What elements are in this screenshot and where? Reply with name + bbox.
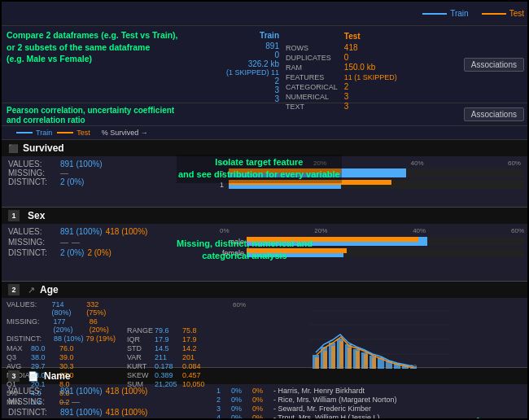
sex-section-num: 1 — [8, 210, 20, 221]
ram-test: 150.0 kb — [344, 63, 375, 72]
features-label: FEATURES — [286, 73, 324, 81]
legend-test: Test — [77, 129, 90, 137]
name-missing-test: — — [72, 397, 80, 406]
features-train: (1 SKIPPED) 11 — [226, 68, 279, 77]
age-icon: ↗ — [28, 285, 35, 295]
svg-rect-20 — [331, 346, 335, 369]
name-values-train: 891 (100%) — [60, 387, 103, 396]
rows-train: 891 — [265, 42, 279, 50]
header-bar: Train Test — [2, 2, 529, 26]
app-container: Train Test Compare 2 dataframes (e.g. Te… — [0, 0, 529, 420]
svg-text:80: 80 — [410, 364, 417, 369]
rows-test: 418 — [344, 43, 358, 52]
legend-train-label: Train — [450, 9, 468, 18]
features-test: 11 (1 SKIPPED) — [344, 73, 397, 81]
age-values-test: 332 (75%) — [86, 300, 119, 317]
num-train: 3 — [274, 85, 279, 94]
name-title: Name — [44, 370, 71, 382]
name-missing-train: — — [60, 397, 68, 406]
ram-label: RAM — [286, 63, 302, 72]
rows-label: ROWS — [286, 44, 308, 52]
cat-test: 2 — [344, 82, 349, 91]
name-values-test: 418 (100%) — [106, 387, 148, 396]
name-list-item: 1 0% 0% - Harris, Mr. Henry Birkhardt — [216, 387, 527, 395]
stats-train-header: Train — [260, 31, 279, 40]
age-chart: 0 20 40 60 80 — [233, 310, 527, 369]
sex-section: 1 Sex VALUES: 891 (100%) 418 (100%) — [2, 208, 529, 282]
associations-button-2[interactable]: Associations — [464, 107, 524, 121]
name-list-item: 2 0% 0% - Rice, Mrs. William (Margaret N… — [216, 396, 527, 404]
num-test: 3 — [344, 92, 349, 101]
cat-train: 2 — [274, 77, 279, 85]
sex-values-test: 418 (100%) — [106, 227, 148, 236]
survived-distinct-train: 2 (0%) — [60, 177, 84, 186]
age-section-num: 2 — [8, 284, 20, 295]
survived-missing-train: — — [60, 168, 68, 177]
svg-rect-23 — [356, 351, 360, 369]
pct-survived-label: % Survived → — [102, 129, 148, 137]
age-distinct-train: 88 (10%) — [54, 335, 84, 343]
sex-missing-train: — — [60, 238, 68, 247]
svg-rect-22 — [348, 348, 352, 369]
name-list-item: 4 0% 0% - Trout, Mrs. William H (Jessie … — [216, 413, 527, 420]
svg-text:20: 20 — [337, 364, 343, 369]
ram-train: 326.2 kb — [248, 59, 279, 68]
svg-text:0: 0 — [313, 364, 316, 369]
survived-title: Survived — [23, 142, 64, 154]
survived-values-train: 891 (100%) — [60, 160, 103, 168]
num-label: NUMERICAL — [286, 93, 329, 101]
dupes-train: 0 — [274, 50, 279, 59]
name-icon: 📄 — [28, 371, 39, 382]
cat-label: CATEGORICAL — [286, 83, 338, 91]
legend-test-label: Test — [509, 9, 524, 18]
associations-button-1[interactable]: Associations — [464, 58, 524, 72]
sex-missing-test: — — [72, 238, 80, 247]
name-list-item: 3 0% 0% - Seward, Mr. Frederic Kimber — [216, 405, 527, 413]
legend-train: Train — [36, 129, 52, 137]
svg-text:40: 40 — [361, 364, 368, 369]
legend-row: Train Test % Survived → — [2, 126, 529, 140]
age-values-train: 714 (80%) — [52, 300, 85, 317]
name-distinct-test: 418 (100%) — [106, 408, 148, 417]
age-title: Age — [40, 284, 59, 295]
survived-section: ⬛ Survived VALUES: 891 (100%) MISSING: — [2, 140, 529, 208]
compare-annotation: Compare 2 dataframes (e.g. Test vs Train… — [2, 26, 185, 103]
age-missing-train: 177 (20%) — [54, 317, 87, 334]
pearson-annotation: Pearson correlation, uncertainty coeffic… — [7, 106, 174, 125]
svg-text:60: 60 — [386, 364, 392, 369]
dupes-test: 0 — [344, 53, 349, 62]
sex-distinct-test: 2 (0%) — [87, 248, 111, 257]
sex-values-train: 891 (100%) — [60, 227, 103, 236]
age-distinct-test: 79 (19%) — [86, 335, 116, 343]
dupes-label: DUPLICATES — [286, 54, 331, 62]
sex-distinct-train: 2 (0%) — [60, 248, 84, 257]
name-section-num: 3 — [8, 370, 20, 382]
age-missing-test: 86 (20%) — [90, 317, 119, 334]
svg-rect-19 — [323, 351, 327, 369]
stats-test-header: Test — [344, 32, 361, 41]
sex-title: Sex — [28, 210, 45, 221]
name-distinct-train: 891 (100%) — [60, 408, 103, 417]
age-section: 2 ↗ Age VALUES: 714 (80%) 332 (75%) — [2, 282, 529, 368]
text-train: 3 — [274, 94, 279, 103]
svg-rect-25 — [372, 357, 376, 369]
